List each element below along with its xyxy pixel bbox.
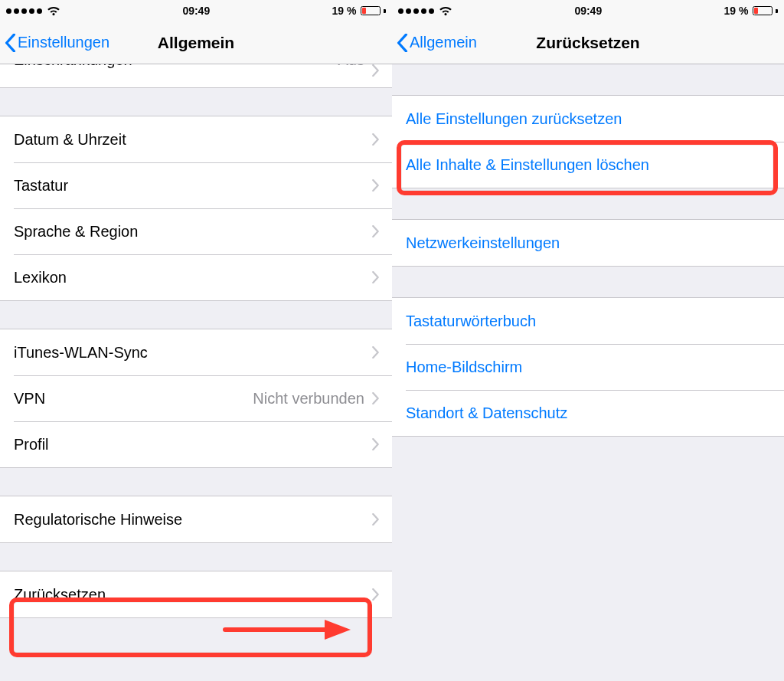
chevron-right-icon <box>372 133 380 146</box>
group-other-resets: Tastaturwörterbuch Home-Bildschirm Stand… <box>392 297 784 437</box>
phone-right: 09:49 19 % Allgemein Zurücksetzen Alle E… <box>392 0 784 681</box>
row-label: Lexikon <box>14 269 372 286</box>
row-tastatur[interactable]: Tastatur <box>0 162 392 208</box>
chevron-right-icon <box>372 513 380 525</box>
group-regulatory: Regulatorische Hinweise <box>0 496 392 543</box>
battery-percent: 19 % <box>332 5 357 17</box>
back-label: Allgemein <box>410 34 477 51</box>
phone-left: 09:49 19 % Einstellungen Allgemein Einsc… <box>0 0 392 681</box>
battery-icon <box>361 6 386 15</box>
chevron-right-icon <box>372 438 380 450</box>
row-label: Tastatur <box>14 177 372 195</box>
wifi-icon <box>47 6 60 16</box>
battery-icon <box>753 6 778 15</box>
row-label: Alle Inhalte & Einstellungen löschen <box>406 156 772 174</box>
settings-list[interactable]: Einschränkungen Aus Datum & Uhrzeit Tast… <box>0 64 392 681</box>
row-datum-uhrzeit[interactable]: Datum & Uhrzeit <box>0 116 392 162</box>
wifi-icon <box>439 6 452 16</box>
chevron-left-icon <box>397 34 408 52</box>
row-netzwerkeinstellungen[interactable]: Netzwerkeinstellungen <box>392 220 784 266</box>
row-label: VPN <box>14 390 253 408</box>
row-lexikon[interactable]: Lexikon <box>0 254 392 300</box>
status-time: 09:49 <box>574 5 602 17</box>
chevron-right-icon <box>372 392 380 404</box>
row-standort-datenschutz[interactable]: Standort & Datenschutz <box>392 390 784 436</box>
row-home-bildschirm[interactable]: Home-Bildschirm <box>392 344 784 390</box>
status-time: 09:49 <box>182 5 210 17</box>
chevron-left-icon <box>5 34 16 52</box>
row-einschraenkungen[interactable]: Einschränkungen Aus <box>0 64 392 87</box>
status-bar: 09:49 19 % <box>0 0 392 21</box>
signal-dots-icon <box>6 8 42 14</box>
status-bar: 09:49 19 % <box>392 0 784 21</box>
group-date-keyboard: Datum & Uhrzeit Tastatur Sprache & Regio… <box>0 116 392 301</box>
row-alle-einstellungen-zuruecksetzen[interactable]: Alle Einstellungen zurücksetzen <box>392 96 784 142</box>
chevron-right-icon <box>372 271 380 283</box>
row-itunes-wlan-sync[interactable]: iTunes-WLAN-Sync <box>0 329 392 375</box>
row-sprache-region[interactable]: Sprache & Region <box>0 208 392 254</box>
row-label: Profil <box>14 436 372 453</box>
row-label: Alle Einstellungen zurücksetzen <box>406 110 772 128</box>
battery-percent: 19 % <box>724 5 749 17</box>
row-zuruecksetzen[interactable]: Zurücksetzen <box>0 571 392 617</box>
row-label: iTunes-WLAN-Sync <box>14 344 372 362</box>
reset-list[interactable]: Alle Einstellungen zurücksetzen Alle Inh… <box>392 64 784 681</box>
group-network: Netzwerkeinstellungen <box>392 219 784 267</box>
back-label: Einstellungen <box>18 34 109 51</box>
chevron-right-icon <box>372 225 380 237</box>
partial-row: Einschränkungen Aus <box>0 64 392 88</box>
group-reset-all: Alle Einstellungen zurücksetzen Alle Inh… <box>392 95 784 188</box>
row-label: Sprache & Region <box>14 223 372 241</box>
chevron-right-icon <box>372 179 380 192</box>
chevron-right-icon <box>372 346 380 359</box>
row-value: Nicht verbunden <box>253 390 364 408</box>
row-regulatorische-hinweise[interactable]: Regulatorische Hinweise <box>0 496 392 542</box>
row-tastaturwoerterbuch[interactable]: Tastaturwörterbuch <box>392 298 784 344</box>
row-label: Home-Bildschirm <box>406 359 772 376</box>
row-label: Standort & Datenschutz <box>406 404 772 422</box>
back-button[interactable]: Allgemein <box>392 34 477 52</box>
signal-dots-icon <box>398 8 434 14</box>
nav-bar: Allgemein Zurücksetzen <box>392 21 784 64</box>
chevron-right-icon <box>372 64 380 77</box>
group-itunes-vpn: iTunes-WLAN-Sync VPNNicht verbunden Prof… <box>0 329 392 468</box>
nav-bar: Einstellungen Allgemein <box>0 21 392 64</box>
back-button[interactable]: Einstellungen <box>0 34 109 52</box>
row-label: Datum & Uhrzeit <box>14 131 372 149</box>
row-label: Tastaturwörterbuch <box>406 313 772 330</box>
row-profil[interactable]: Profil <box>0 421 392 467</box>
chevron-right-icon <box>372 588 380 601</box>
group-reset: Zurücksetzen <box>0 571 392 618</box>
row-alle-inhalte-loeschen[interactable]: Alle Inhalte & Einstellungen löschen <box>392 142 784 188</box>
row-label: Regulatorische Hinweise <box>14 511 372 529</box>
row-label: Netzwerkeinstellungen <box>406 234 772 252</box>
row-label: Zurücksetzen <box>14 586 372 604</box>
row-vpn[interactable]: VPNNicht verbunden <box>0 375 392 421</box>
